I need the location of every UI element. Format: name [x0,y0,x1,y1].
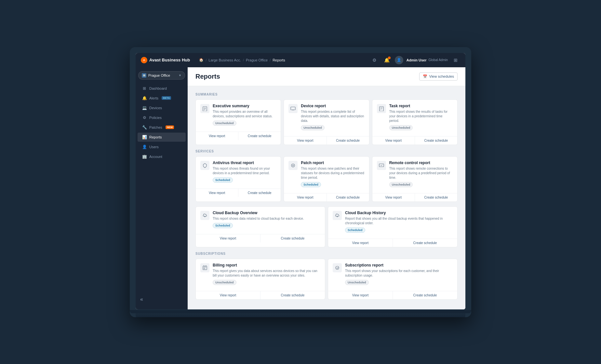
billing-report-actions: View report Create schedule [196,291,325,299]
menu-icon[interactable]: ⊞ [451,56,460,65]
users-icon: 👤 [142,145,147,149]
subscriptions-schedule-button[interactable]: Create schedule [393,291,457,299]
patch-report-actions: View report Create schedule [284,193,369,202]
remote-schedule-button[interactable]: Create schedule [415,193,457,202]
sidebar-item-reports[interactable]: 📊 Reports [138,133,186,142]
antivirus-threat-actions: View report Create schedule [196,188,281,197]
task-report-view-button[interactable]: View report [372,136,415,145]
executive-summary-schedule-button[interactable]: Create schedule [238,132,281,140]
beta-badge: BETA [162,96,171,100]
view-schedules-label: View schedules [429,74,454,78]
sidebar-item-devices[interactable]: 💻 Devices [138,103,186,112]
remote-view-button[interactable]: View report [372,193,415,202]
executive-summary-view-button[interactable]: View report [196,132,238,140]
cloud-backup-history-view-button[interactable]: View report [328,239,393,247]
device-report-actions: View report Create schedule [284,136,369,145]
task-report-actions: View report Create schedule [372,136,457,145]
cloud-backup-overview-status: Scheduled [213,223,233,228]
cloud-backup-overview-schedule-button[interactable]: Create schedule [260,234,325,242]
svg-rect-4 [291,107,295,110]
cloud-backup-history-schedule-button[interactable]: Create schedule [393,239,457,247]
remote-control-status: Unscheduled [389,182,413,187]
device-report-card: Device report This report provides a com… [284,99,369,145]
user-name: Admin User [407,58,427,62]
sidebar-item-dashboard[interactable]: ⊞ Dashboard [138,84,186,93]
sidebar-item-account[interactable]: 🏢 Account [138,152,186,161]
subscriptions-view-button[interactable]: View report [328,291,393,299]
executive-summary-desc: This report provides an overview of all … [213,110,276,119]
task-report-schedule-button[interactable]: Create schedule [415,136,457,145]
notif-dot [388,57,391,59]
sidebar-label-users: Users [149,145,159,149]
remote-control-card: Remote control report This report shows … [372,156,458,202]
summaries-grid: Executive summary This report provides a… [195,99,458,145]
cloud-backup-overview-title: Cloud Backup Overview [213,211,304,215]
cloud-backup-history-status: Scheduled [345,228,365,233]
patch-report-status: Scheduled [301,182,321,187]
settings-icon[interactable]: ⚙ [370,56,379,65]
patches-icon: 🔧 [142,125,147,130]
chevron-down-icon: ▼ [179,74,181,77]
subscriptions-report-title: Subscriptions report [345,263,453,267]
policies-icon: ⚙ [142,115,147,120]
cloud-backup-overview-icon [200,211,209,220]
executive-summary-icon [200,104,209,113]
antivirus-threat-card: Antivirus threat report This report show… [195,156,281,202]
task-report-status: Unscheduled [389,125,413,130]
billing-report-desc: This report gives you data about service… [213,269,320,278]
svg-point-19 [336,266,339,269]
executive-summary-status: Unscheduled [213,121,236,126]
laptop-bottom [130,310,471,313]
laptop-base [136,310,465,317]
device-report-schedule-button[interactable]: Create schedule [327,136,369,145]
billing-report-title: Billing report [213,263,320,267]
site-selector[interactable]: 🏢 Prague Office ▼ [138,71,185,80]
subscriptions-report-desc: This report shows your subscriptions for… [345,269,453,278]
sidebar-item-alerts[interactable]: 🔔 Alerts BETA [138,94,186,103]
billing-report-icon [200,263,209,272]
sidebar-label-devices: Devices [149,106,162,110]
device-report-view-button[interactable]: View report [284,136,327,145]
collapse-sidebar-button[interactable]: « [136,293,188,306]
sidebar-label-reports: Reports [149,135,162,139]
patch-schedule-button[interactable]: Create schedule [327,193,369,202]
view-schedules-button[interactable]: 📅 View schedules [419,72,458,81]
antivirus-schedule-button[interactable]: Create schedule [238,189,281,197]
sidebar-item-users[interactable]: 👤 Users [138,142,186,151]
screen: A Avast Business Hub 🏠 / Large Business … [136,53,465,309]
subscriptions-section-label: SUBSCRIPTIONS [195,252,458,255]
billing-report-status: Unscheduled [213,280,236,285]
subscriptions-report-card: Subscriptions report This report shows y… [328,259,458,300]
sidebar-label-account: Account [149,155,162,159]
breadcrumb-site[interactable]: Prague Office [246,58,268,62]
laptop-frame: A Avast Business Hub 🏠 / Large Business … [130,47,471,317]
patch-view-button[interactable]: View report [284,193,327,202]
patch-report-desc: This report shows new patches and their … [301,166,364,180]
summaries-section-label: SUMMARIES [195,93,458,96]
subscriptions-report-status: Unscheduled [345,280,369,285]
page-title: Reports [195,73,220,80]
alerts-icon: 🔔 [142,96,147,100]
remote-control-title: Remote control report [389,161,453,165]
sidebar-item-patches[interactable]: 🔧 Patches NEW [138,123,186,132]
antivirus-icon [200,161,209,170]
sidebar-item-policies[interactable]: ⚙ Policies [138,113,186,122]
patch-report-title: Patch report [301,161,364,165]
patch-report-card: Patch report This report shows new patch… [284,156,369,202]
cloud-backup-overview-view-button[interactable]: View report [196,234,260,242]
notifications-icon[interactable]: 🔔 [382,56,392,65]
task-report-card: Task report This report shows the result… [372,99,458,145]
sidebar-label-patches: Patches [149,125,162,129]
antivirus-view-button[interactable]: View report [196,189,238,197]
content-header: Reports 📅 View schedules [188,67,465,86]
billing-schedule-button[interactable]: Create schedule [260,291,325,299]
executive-summary-title: Executive summary [213,104,276,108]
antivirus-threat-title: Antivirus threat report [213,161,276,165]
avatar: 👤 [395,56,403,64]
cloud-backup-history-icon [333,211,342,220]
sidebar: 🏢 Prague Office ▼ ⊞ Dashboard 🔔 Alerts B… [136,67,188,309]
breadcrumb-account[interactable]: Large Business Acc. [208,58,241,62]
billing-view-button[interactable]: View report [196,291,260,299]
site-icon: 🏢 [142,73,146,78]
task-report-desc: This report shows the results of tasks f… [389,110,453,123]
